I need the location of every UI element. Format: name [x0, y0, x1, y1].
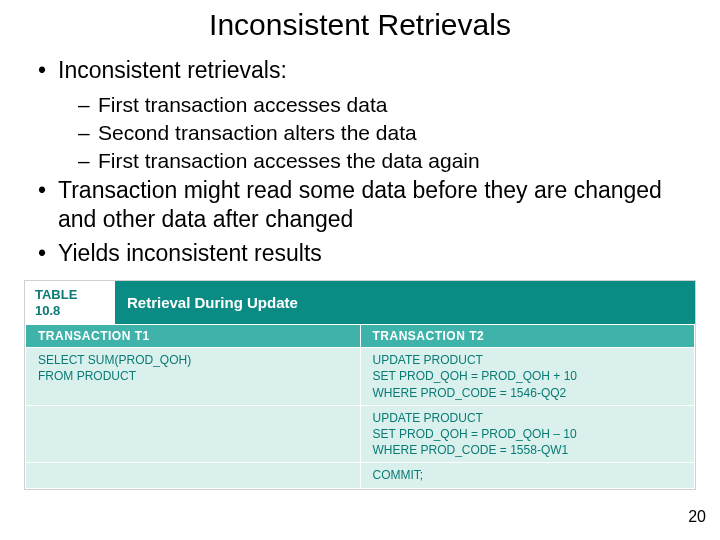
table-cell: UPDATE PRODUCT SET PROD_QOH = PROD_QOH +… [360, 348, 695, 406]
bullet-item: Second transaction alters the data [36, 119, 684, 147]
slide: Inconsistent Retrievals Inconsistent ret… [0, 0, 720, 540]
page-number: 20 [688, 508, 706, 526]
table-cell: COMMIT; [360, 463, 695, 488]
bullet-item: First transaction accesses the data agai… [36, 147, 684, 175]
bullet-item: Yields inconsistent results [36, 239, 684, 268]
table-caption: Retrieval During Update [115, 281, 695, 324]
table-cell [26, 405, 361, 463]
table-row: TRANSACTION T1 TRANSACTION T2 [26, 325, 695, 348]
bullet-item: Inconsistent retrievals: [36, 56, 684, 85]
table-label: TABLE 10.8 [25, 281, 115, 324]
table-row: UPDATE PRODUCT SET PROD_QOH = PROD_QOH –… [26, 405, 695, 463]
table-cell [26, 463, 361, 488]
table-cell: UPDATE PRODUCT SET PROD_QOH = PROD_QOH –… [360, 405, 695, 463]
table-header-cell: TRANSACTION T1 [26, 325, 361, 348]
table-header-row: TABLE 10.8 Retrieval During Update [25, 281, 695, 324]
table-cell: SELECT SUM(PROD_QOH) FROM PRODUCT [26, 348, 361, 406]
table-header-cell: TRANSACTION T2 [360, 325, 695, 348]
table-row: COMMIT; [26, 463, 695, 488]
transaction-table: TRANSACTION T1 TRANSACTION T2 SELECT SUM… [25, 324, 695, 488]
content-area: Inconsistent retrievals: First transacti… [0, 56, 720, 268]
table-figure: TABLE 10.8 Retrieval During Update TRANS… [24, 280, 696, 490]
bullet-item: First transaction accesses data [36, 91, 684, 119]
table-row: SELECT SUM(PROD_QOH) FROM PRODUCT UPDATE… [26, 348, 695, 406]
bullet-item: Transaction might read some data before … [36, 176, 684, 234]
slide-title: Inconsistent Retrievals [0, 8, 720, 42]
